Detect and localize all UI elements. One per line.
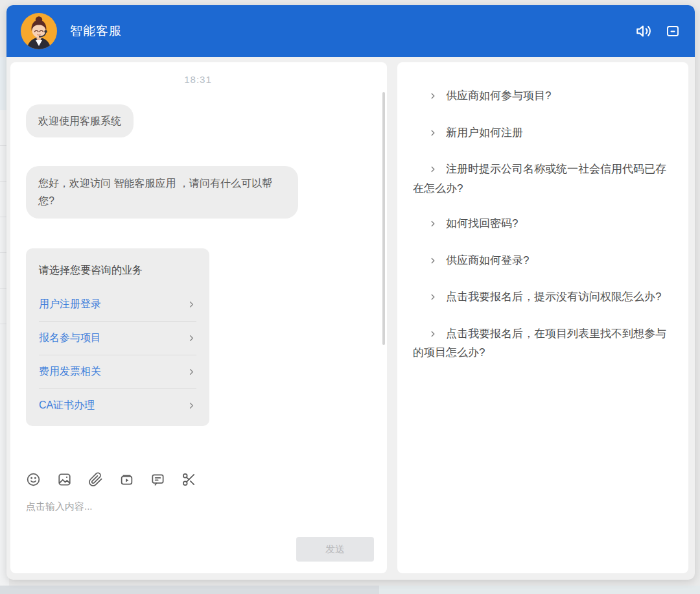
menu-item-ca-certificate[interactable]: CA证书办理 [39,388,196,422]
faq-question: 点击我要报名后，在项目列表里找不到想参与的项目怎么办? [413,327,666,359]
dialog-header: 智能客服 [6,5,695,57]
menu-item-signup-project[interactable]: 报名参与项目 [39,321,196,355]
faq-item[interactable]: 供应商如何登录? [413,252,673,271]
menu-item-label: 用户注册登录 [39,298,101,311]
chevron-right-icon [187,333,196,343]
quick-reply-icon[interactable] [150,472,165,487]
send-button[interactable]: 发送 [296,537,374,562]
service-menu-card: 请选择您要咨询的业务 用户注册登录 报名参与项目 费 [26,248,209,426]
chevron-right-icon [421,125,438,143]
chevron-right-icon [421,289,438,307]
faq-question: 新用户如何注册 [446,126,523,139]
background-page-bottom-strip-left [0,586,379,594]
background-page-bottom-strip-right [379,586,700,594]
volume-speaker-icon[interactable] [635,23,652,40]
menu-item-label: CA证书办理 [39,399,95,412]
chevron-right-icon [421,88,438,106]
menu-item-label: 费用发票相关 [39,365,101,379]
input-toolbar [10,464,387,494]
screenshot-scissors-icon[interactable] [181,472,196,487]
faq-question: 注册时提示公司名称或统一社会信用代码已存在怎么办? [413,163,666,195]
menu-item-user-register-login[interactable]: 用户注册登录 [39,288,196,321]
faq-item[interactable]: 供应商如何参与项目? [413,87,673,106]
chat-panel: 18:31 欢迎使用客服系统 您好，欢迎访问 智能客服应用 ，请问有什么可以帮您… [10,62,387,573]
image-icon[interactable] [57,472,72,487]
menu-item-fee-invoice[interactable]: 费用发票相关 [39,355,196,388]
customer-service-dialog: 智能客服 18:31 欢迎使用客服系统 您好，欢迎访问 智能客服应用 ，请问有什… [6,5,695,580]
bot-message-bubble: 您好，欢迎访问 智能客服应用 ，请问有什么可以帮您? [26,166,298,218]
faq-question: 供应商如何登录? [446,254,529,267]
faq-question: 如何找回密码? [446,217,518,230]
message-timestamp: 18:31 [26,74,370,85]
faq-question: 供应商如何参与项目? [446,89,551,102]
chevron-right-icon [421,253,438,271]
chevron-right-icon [421,161,438,180]
minimize-window-icon[interactable] [665,23,681,39]
emoji-icon[interactable] [26,472,41,487]
message-input[interactable]: 点击输入内容... [10,494,387,536]
faq-item[interactable]: 点击我要报名后，提示没有访问权限怎么办? [413,288,673,307]
menu-item-label: 报名参与项目 [39,331,101,345]
faq-item[interactable]: 点击我要报名后，在项目列表里找不到想参与的项目怎么办? [413,325,673,362]
app-title: 智能客服 [70,23,122,40]
chevron-right-icon [187,300,196,309]
faq-panel: 供应商如何参与项目? 新用户如何注册 注册时提示公司名称或统一社会信用代码已存在… [397,62,688,573]
chat-message-area[interactable]: 18:31 欢迎使用客服系统 您好，欢迎访问 智能客服应用 ，请问有什么可以帮您… [10,62,387,464]
chevron-right-icon [187,401,196,410]
chevron-right-icon [187,367,196,377]
faq-item[interactable]: 新用户如何注册 [413,124,673,143]
chevron-right-icon [421,216,438,234]
faq-item[interactable]: 如何找回密码? [413,215,673,234]
attachment-paperclip-icon[interactable] [88,472,103,487]
chat-scrollbar[interactable] [382,92,385,345]
agent-avatar [21,13,57,49]
faq-item[interactable]: 注册时提示公司名称或统一社会信用代码已存在怎么办? [413,160,673,197]
service-menu-title: 请选择您要咨询的业务 [39,255,196,288]
video-icon[interactable] [119,472,134,487]
faq-question: 点击我要报名后，提示没有访问权限怎么办? [446,291,661,303]
chevron-right-icon [421,326,438,344]
bot-message-bubble: 欢迎使用客服系统 [26,104,134,137]
